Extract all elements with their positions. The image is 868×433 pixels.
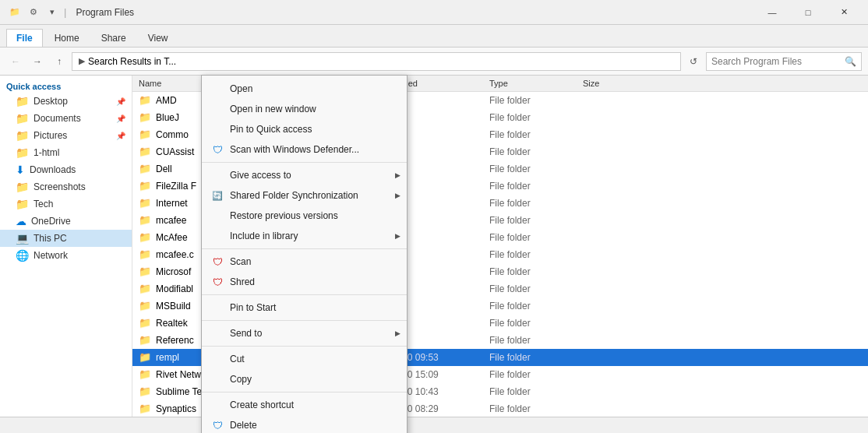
col-header-size[interactable]: Size — [577, 77, 639, 90]
file-cell-size — [577, 254, 639, 255]
col-header-type[interactable]: Type — [483, 77, 577, 90]
file-name: MSBuild — [156, 301, 191, 312]
file-cell-type: File folder — [483, 128, 577, 141]
context-menu-separator — [202, 320, 407, 321]
file-cell-type: File folder — [483, 403, 577, 415]
sidebar-label-thispc: This PC — [34, 233, 67, 244]
sidebar-item-desktop[interactable]: 📁 Desktop 📌 — [0, 93, 132, 110]
up-button[interactable]: ↑ — [50, 52, 69, 71]
sidebar-item-thispc[interactable]: 💻 This PC — [0, 230, 132, 247]
file-name: Microsof — [156, 266, 191, 277]
shield-red-icon: 🛡 — [211, 255, 224, 268]
qat-properties[interactable]: ⚙ — [25, 4, 42, 21]
ctx-item-label: Create shortcut — [230, 400, 294, 410]
qat-dropdown[interactable]: ▾ — [44, 4, 61, 21]
context-menu-item[interactable]: Copy — [202, 369, 407, 389]
ctx-item-icon — [211, 327, 224, 340]
shield-blue-icon: 🛡 — [211, 419, 224, 431]
context-menu-item[interactable]: 🛡 Scan — [202, 252, 407, 272]
tab-file[interactable]: File — [6, 29, 43, 47]
context-menu-item[interactable]: Pin to Start — [202, 297, 407, 318]
folder-icon: 📁 — [139, 231, 151, 243]
file-name: Synaptics — [156, 403, 196, 414]
file-cell-size — [577, 100, 639, 101]
ctx-item-label: Open — [230, 83, 252, 94]
folder-icon: 📁 — [139, 146, 151, 157]
sidebar-item-downloads[interactable]: ⬇ Downloads — [0, 161, 132, 178]
folder-icon: 📁 — [139, 248, 151, 260]
ctx-item-icon — [211, 83, 224, 95]
network-icon: 🌐 — [16, 249, 29, 262]
folder-icon: 📁 — [139, 163, 151, 174]
file-cell-type: File folder — [483, 368, 577, 381]
context-menu-item[interactable]: 🔄 Shared Folder Synchronization — [202, 185, 407, 206]
context-menu-item[interactable]: Send to — [202, 323, 407, 343]
context-menu-item[interactable]: Include in library — [202, 226, 407, 246]
folder-icon: 📁 — [139, 317, 151, 329]
sidebar-item-network[interactable]: 🌐 Network — [0, 247, 132, 264]
context-menu-item[interactable]: 🛡 Scan with Windows Defender... — [202, 139, 407, 160]
tab-share[interactable]: Share — [91, 29, 136, 47]
search-box[interactable]: 🔍 — [706, 52, 862, 71]
search-icon: 🔍 — [845, 56, 856, 67]
context-menu-item[interactable]: 🛡 Delete — [202, 415, 407, 433]
sidebar-label-pictures: Pictures — [34, 130, 67, 141]
quick-access-toolbar: 📁 ⚙ ▾ — [6, 4, 61, 21]
context-menu-item[interactable]: Pin to Quick access — [202, 119, 407, 139]
folder-icon: 📁 — [139, 214, 151, 226]
sidebar-label-desktop: Desktop — [34, 96, 68, 107]
context-menu: Open Open in new window Pin to Quick acc… — [201, 75, 408, 433]
sidebar-item-tech[interactable]: 📁 Tech — [0, 195, 132, 213]
ctx-item-label: Include in library — [230, 231, 298, 241]
pc-icon: 💻 — [16, 232, 29, 245]
sidebar-label-1html: 1-html — [34, 147, 59, 158]
sidebar-item-documents[interactable]: 📁 Documents 📌 — [0, 110, 132, 127]
cloud-icon: ☁ — [16, 215, 26, 227]
sidebar: Quick access 📁 Desktop 📌 📁 Documents 📌 📁… — [0, 76, 132, 417]
file-cell-size — [577, 374, 639, 375]
tab-view[interactable]: View — [138, 29, 178, 47]
ribbon-tab-bar: File Home Share View — [0, 25, 868, 47]
file-cell-type: File folder — [483, 317, 577, 329]
status-bar — [0, 417, 868, 433]
refresh-button[interactable]: ↺ — [684, 52, 703, 71]
sidebar-item-pictures[interactable]: 📁 Pictures 📌 — [0, 127, 132, 144]
window-title: Program Files — [76, 7, 754, 18]
ctx-item-label: Scan — [230, 256, 251, 267]
close-button[interactable]: ✕ — [826, 0, 862, 25]
context-menu-item[interactable]: Open in new window — [202, 99, 407, 119]
ctx-item-icon — [211, 301, 224, 314]
file-cell-size — [577, 185, 639, 187]
folder-icon: 📁 — [16, 146, 29, 159]
ctx-item-label: Cut — [230, 354, 245, 364]
file-cell-type: File folder — [483, 334, 577, 347]
ctx-item-label: Scan with Windows Defender... — [230, 144, 359, 155]
forward-button[interactable]: → — [28, 52, 47, 71]
quick-access-label[interactable]: Quick access — [0, 79, 132, 93]
context-menu-item[interactable]: Open — [202, 79, 407, 99]
back-button[interactable]: ← — [6, 52, 25, 71]
sidebar-item-onedrive[interactable]: ☁ OneDrive — [0, 213, 132, 230]
ctx-item-icon — [211, 209, 224, 222]
context-menu-item[interactable]: 🛡 Shred — [202, 272, 407, 292]
folder-icon: 📁 — [16, 181, 29, 193]
context-menu-item[interactable]: Restore previous versions — [202, 206, 407, 226]
file-cell-size — [577, 168, 639, 170]
folder-icon: 📁 — [139, 94, 151, 106]
tab-home[interactable]: Home — [44, 29, 90, 47]
context-menu-item[interactable]: Give access to — [202, 165, 407, 185]
folder-icon: 📁 — [139, 111, 151, 123]
search-input[interactable] — [711, 56, 842, 67]
minimize-button[interactable]: — — [754, 0, 790, 25]
context-menu-item[interactable]: Cut — [202, 349, 407, 369]
file-cell-type: File folder — [483, 180, 577, 192]
maximize-button[interactable]: □ — [790, 0, 826, 25]
qat-new-folder[interactable]: 📁 — [6, 4, 23, 21]
file-cell-size — [577, 220, 639, 221]
sidebar-item-screenshots[interactable]: 📁 Screenshots — [0, 178, 132, 195]
address-field[interactable]: ▶ Search Results in T... — [72, 52, 681, 71]
context-menu-item[interactable]: Create shortcut — [202, 395, 407, 415]
ctx-item-icon — [211, 353, 224, 365]
sidebar-item-1html[interactable]: 📁 1-html — [0, 144, 132, 161]
folder-icon: 📁 — [16, 129, 29, 142]
